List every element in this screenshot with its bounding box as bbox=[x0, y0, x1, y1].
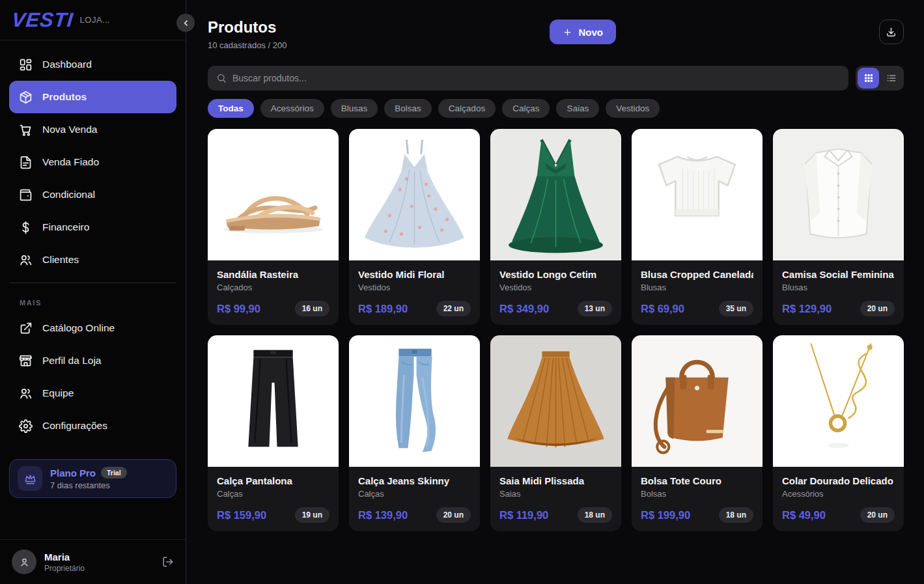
pleated-skirt-image bbox=[490, 335, 621, 467]
sidebar-section-label: MAIS bbox=[20, 299, 186, 307]
product-price: R$ 199,90 bbox=[641, 509, 690, 521]
category-filters: Todas Acessórios Blusas Bolsas Calçados … bbox=[208, 99, 904, 118]
search-row bbox=[208, 66, 904, 90]
main-content: Produtos 10 cadastrados / 200 Novo bbox=[186, 0, 924, 584]
sidebar-item-condicional[interactable]: Condicional bbox=[9, 178, 176, 211]
filter-chip-todas[interactable]: Todas bbox=[208, 99, 254, 118]
sidebar-item-financeiro[interactable]: Financeiro bbox=[9, 211, 176, 243]
product-price: R$ 49,90 bbox=[782, 509, 826, 521]
product-card-sandalia-rasteira[interactable]: Sandália Rasteira Calçados R$ 99,90 16 u… bbox=[208, 129, 339, 325]
sidebar-divider bbox=[9, 283, 176, 283]
product-category: Calças bbox=[358, 489, 471, 499]
new-product-button[interactable]: Novo bbox=[550, 20, 616, 44]
sidebar-collapse-button[interactable] bbox=[176, 14, 195, 32]
filter-chip-calcas[interactable]: Calças bbox=[502, 99, 550, 118]
product-stock-badge: 16 un bbox=[295, 301, 329, 316]
user-name: Maria bbox=[44, 551, 85, 563]
product-stock-badge: 20 un bbox=[860, 507, 895, 523]
product-price: R$ 189,90 bbox=[358, 303, 408, 315]
user-row: Maria Proprietário bbox=[0, 539, 186, 584]
product-stock-badge: 35 un bbox=[719, 301, 753, 316]
sidebar-item-clientes[interactable]: Clientes bbox=[9, 243, 176, 276]
product-name: Saia Midi Plissada bbox=[499, 475, 612, 486]
plan-remaining: 7 dias restantes bbox=[50, 480, 127, 490]
gold-necklace-image bbox=[773, 335, 904, 467]
product-name: Bolsa Tote Couro bbox=[641, 475, 753, 486]
dashboard-icon bbox=[19, 58, 33, 72]
search-input[interactable] bbox=[232, 73, 840, 83]
product-card-colar-dourado-delicado[interactable]: Colar Dourado Delicado Acessórios R$ 49,… bbox=[773, 335, 904, 531]
sidebar-item-configuracoes[interactable]: Configurações bbox=[9, 410, 176, 442]
product-card-calca-jeans-skinny[interactable]: Calça Jeans Skinny Calças R$ 139,90 20 u… bbox=[349, 335, 480, 531]
app-root: VESTI LOJA... Dashboard Produtos Nova Ve… bbox=[0, 0, 924, 584]
download-icon bbox=[886, 27, 897, 38]
logout-button[interactable] bbox=[162, 556, 174, 568]
list-icon bbox=[886, 73, 897, 83]
sidebar: VESTI LOJA... Dashboard Produtos Nova Ve… bbox=[0, 0, 186, 584]
product-category: Saias bbox=[499, 489, 612, 499]
tote-bag-image bbox=[632, 335, 763, 467]
product-card-vestido-longo-cetim[interactable]: Vestido Longo Cetim Vestidos R$ 349,90 1… bbox=[490, 129, 621, 325]
product-card-camisa-social-feminina[interactable]: Camisa Social Feminina Blusas R$ 129,90 … bbox=[773, 129, 904, 325]
filter-chip-acessorios[interactable]: Acessórios bbox=[260, 99, 324, 118]
product-name: Calça Jeans Skinny bbox=[358, 475, 471, 486]
grid-icon bbox=[863, 73, 874, 83]
search-box[interactable] bbox=[208, 66, 848, 90]
cart-icon bbox=[19, 123, 33, 137]
plan-name: Plano Pro bbox=[50, 467, 96, 479]
product-card-calca-pantalona[interactable]: Calça Pantalona Calças R$ 159,90 19 un bbox=[208, 335, 339, 531]
search-icon bbox=[216, 73, 227, 83]
plan-trial-badge: Trial bbox=[101, 467, 127, 479]
avatar bbox=[12, 549, 36, 574]
cropped-tee-image bbox=[632, 129, 763, 260]
product-category: Calças bbox=[217, 489, 329, 499]
export-button[interactable] bbox=[879, 20, 904, 44]
grid-view-button[interactable] bbox=[858, 68, 879, 89]
product-category: Bolsas bbox=[641, 489, 753, 499]
product-name: Blusa Cropped Canelada bbox=[641, 269, 753, 280]
sidebar-item-perfil-da-loja[interactable]: Perfil da Loja bbox=[9, 344, 176, 377]
external-link-icon bbox=[19, 322, 33, 335]
filter-chip-vestidos[interactable]: Vestidos bbox=[606, 99, 660, 118]
sidebar-item-catalogo-online[interactable]: Catálogo Online bbox=[9, 312, 176, 344]
logo-row: VESTI LOJA... bbox=[0, 0, 186, 40]
filter-chip-bolsas[interactable]: Bolsas bbox=[384, 99, 432, 118]
view-toggle bbox=[856, 66, 904, 90]
satin-gown-image bbox=[490, 129, 621, 260]
store-icon bbox=[19, 354, 33, 368]
sidebar-item-nova-venda[interactable]: Nova Venda bbox=[9, 113, 176, 146]
product-name: Sandália Rasteira bbox=[217, 269, 329, 280]
product-stock-badge: 22 un bbox=[436, 301, 471, 316]
floral-dress-image bbox=[349, 129, 480, 260]
product-price: R$ 69,90 bbox=[641, 303, 684, 315]
product-stock-badge: 20 un bbox=[436, 507, 471, 523]
product-card-vestido-midi-floral[interactable]: Vestido Midi Floral Vestidos R$ 189,90 2… bbox=[349, 129, 480, 325]
plan-card[interactable]: Plano Pro Trial 7 dias restantes bbox=[9, 459, 176, 498]
product-name: Colar Dourado Delicado bbox=[782, 475, 895, 486]
sidebar-item-produtos[interactable]: Produtos bbox=[9, 81, 176, 113]
dollar-icon bbox=[19, 221, 33, 234]
filter-chip-calcados[interactable]: Calçados bbox=[438, 99, 496, 118]
product-category: Vestidos bbox=[499, 283, 612, 292]
product-stock-badge: 18 un bbox=[578, 507, 612, 523]
product-card-blusa-cropped-canelada[interactable]: Blusa Cropped Canelada Blusas R$ 69,90 3… bbox=[632, 129, 763, 325]
filter-chip-blusas[interactable]: Blusas bbox=[331, 99, 378, 118]
product-name: Calça Pantalona bbox=[217, 475, 329, 486]
product-name: Vestido Longo Cetim bbox=[499, 269, 612, 280]
product-category: Blusas bbox=[782, 283, 895, 292]
product-price: R$ 159,90 bbox=[217, 509, 266, 521]
list-view-button[interactable] bbox=[880, 68, 902, 89]
sidebar-item-equipe[interactable]: Equipe bbox=[9, 377, 176, 410]
product-card-saia-midi-plissada[interactable]: Saia Midi Plissada Saias R$ 119,90 18 un bbox=[490, 335, 621, 531]
receipt-icon bbox=[19, 156, 33, 169]
product-card-bolsa-tote-couro[interactable]: Bolsa Tote Couro Bolsas R$ 199,90 18 un bbox=[632, 335, 763, 531]
product-price: R$ 119,90 bbox=[499, 509, 548, 521]
sidebar-item-venda-fiado[interactable]: Venda Fiado bbox=[9, 146, 176, 178]
filter-chip-saias[interactable]: Saias bbox=[556, 99, 599, 118]
product-stock-badge: 18 un bbox=[719, 507, 753, 523]
product-name: Camisa Social Feminina bbox=[782, 269, 895, 280]
sidebar-item-dashboard[interactable]: Dashboard bbox=[9, 48, 176, 81]
product-price: R$ 99,90 bbox=[217, 303, 260, 315]
user-icon bbox=[18, 556, 31, 568]
product-category: Calçados bbox=[217, 283, 329, 292]
